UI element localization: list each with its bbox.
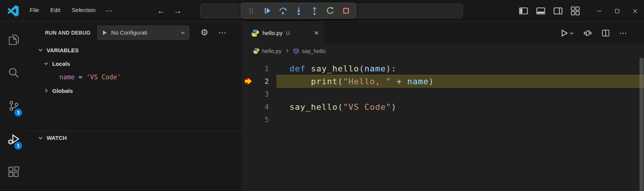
symbol-method-cube-icon xyxy=(293,48,299,54)
locals-scope-row[interactable]: Locals xyxy=(27,57,242,70)
chevron-down-icon[interactable] xyxy=(38,47,44,53)
activity-bar: 3 1 xyxy=(0,22,27,191)
variable-equals: = xyxy=(75,73,86,81)
maximize-button[interactable] xyxy=(608,0,626,22)
dropdown-separator xyxy=(177,29,178,37)
open-changes-icon[interactable] xyxy=(581,27,595,39)
activitybar-extensions-icon[interactable] xyxy=(0,155,27,188)
breadcrumb-symbol[interactable]: say_hello xyxy=(293,48,326,54)
sidebar-title: RUN AND DEBUG xyxy=(45,30,90,36)
back-arrow-icon[interactable]: ← xyxy=(157,7,165,15)
globals-label: Globals xyxy=(52,88,73,94)
variables-section-header[interactable]: VARIABLES xyxy=(27,43,242,57)
tab-bar: hello.py U ✕ xyxy=(243,22,644,44)
code-line[interactable]: 1def say_hello(name): xyxy=(243,62,644,75)
debug-configuration-dropdown[interactable]: No Configurati xyxy=(97,26,189,40)
menu-selection[interactable]: Selection xyxy=(67,5,101,17)
editor-group: hello.py U ✕ xyxy=(242,22,644,191)
python-file-icon xyxy=(253,47,259,54)
history-navigation: ← → xyxy=(157,7,182,15)
debug-current-step-arrow-icon[interactable] xyxy=(243,77,255,86)
menu-overflow-icon[interactable]: ⋯ xyxy=(102,5,116,17)
vscode-window: File Edit Selection ⋯ ← → xyxy=(0,0,644,191)
variable-row[interactable]: name = 'VS Code' xyxy=(27,70,242,84)
watch-section-header[interactable]: WATCH xyxy=(27,131,242,144)
forward-arrow-icon[interactable]: → xyxy=(173,7,182,15)
line-number: 3 xyxy=(255,90,269,98)
toolbar-drag-grip-icon[interactable] xyxy=(244,5,258,17)
code-lines: 1def say_hello(name):2 print("Hello, " +… xyxy=(243,62,644,126)
source-control-badge: 3 xyxy=(14,109,22,117)
configuration-label: No Configurati xyxy=(111,29,175,36)
minimize-button[interactable] xyxy=(590,0,608,22)
split-editor-icon[interactable] xyxy=(599,27,613,39)
variable-value: 'VS Code' xyxy=(86,73,121,81)
toggle-panel-icon[interactable] xyxy=(535,5,546,17)
activitybar-source-control-icon[interactable]: 3 xyxy=(0,89,27,122)
debug-continue-icon[interactable] xyxy=(260,5,274,17)
line-number: 2 xyxy=(255,77,269,85)
code-editor[interactable]: 1def say_hello(name):2 print("Hello, " +… xyxy=(243,57,644,191)
code-line[interactable]: 3 xyxy=(243,88,644,100)
variables-label: VARIABLES xyxy=(47,47,79,53)
debug-stop-icon[interactable] xyxy=(339,5,353,17)
line-number: 1 xyxy=(255,64,269,73)
layout-controls xyxy=(518,5,581,17)
debug-variables-tree: VARIABLES Locals name = 'VS Code' Global… xyxy=(27,43,242,144)
menu-bar: File Edit Selection ⋯ xyxy=(25,5,116,17)
debug-step-out-icon[interactable] xyxy=(307,5,321,17)
variables-empty-space xyxy=(27,97,242,131)
debug-restart-icon[interactable] xyxy=(323,5,337,17)
chevron-down-icon[interactable] xyxy=(569,31,574,36)
locals-label: Locals xyxy=(52,61,70,67)
editor-more-actions-icon[interactable]: ⋯ xyxy=(617,27,630,39)
line-number: 5 xyxy=(255,115,269,124)
python-file-icon xyxy=(251,29,259,37)
debug-settings-gear-icon[interactable]: ⚙ xyxy=(201,28,208,37)
breadcrumbs: hello.py say_hello xyxy=(243,44,644,57)
git-status-untracked: U xyxy=(286,30,290,36)
chevron-down-icon[interactable] xyxy=(43,61,49,67)
toggle-primary-sidebar-icon[interactable] xyxy=(518,5,529,17)
titlebar-right-controls xyxy=(518,0,644,22)
debug-step-into-icon[interactable] xyxy=(291,5,306,17)
breadcrumb-symbol-label: say_hello xyxy=(302,48,326,54)
activitybar-explorer-icon[interactable] xyxy=(0,23,27,56)
run-and-debug-sidebar: RUN AND DEBUG No Configurati ⚙ ⋯ xyxy=(27,22,242,191)
toggle-secondary-sidebar-icon[interactable] xyxy=(552,5,564,17)
breadcrumb-file[interactable]: hello.py xyxy=(253,47,282,54)
editor-scrollbar[interactable] xyxy=(639,58,644,191)
code-text: def say_hello(name): xyxy=(290,64,397,73)
title-bar: File Edit Selection ⋯ ← → xyxy=(0,0,644,22)
run-python-file-button[interactable] xyxy=(557,27,577,39)
variable-name: name xyxy=(59,73,75,81)
vscode-logo-icon xyxy=(8,5,19,17)
globals-scope-row[interactable]: Globals xyxy=(27,84,242,97)
code-line[interactable]: 4say_hello("VS Code") xyxy=(243,100,644,113)
debug-step-over-icon[interactable] xyxy=(276,5,290,17)
sidebar-more-actions-icon[interactable]: ⋯ xyxy=(218,29,227,37)
breadcrumb-chevron-icon xyxy=(285,48,290,53)
tab-hello-py[interactable]: hello.py U ✕ xyxy=(243,22,324,44)
breadcrumb-file-label: hello.py xyxy=(262,48,282,54)
code-line[interactable]: 5 xyxy=(243,113,644,126)
customize-layout-icon[interactable] xyxy=(570,5,581,17)
debug-badge: 1 xyxy=(14,142,22,150)
activitybar-run-and-debug-icon[interactable]: 1 xyxy=(0,122,27,155)
chevron-right-icon[interactable] xyxy=(43,88,49,94)
tab-close-icon[interactable]: ✕ xyxy=(313,29,320,38)
code-line[interactable]: 2 print("Hello, " + name) xyxy=(243,75,644,88)
start-debug-icon[interactable] xyxy=(101,29,108,36)
editor-actions: ⋯ xyxy=(324,22,644,44)
line-number: 4 xyxy=(255,103,269,111)
chevron-down-icon[interactable] xyxy=(38,135,44,141)
menu-edit[interactable]: Edit xyxy=(45,5,65,17)
run-icon xyxy=(560,29,569,38)
debug-toolbar xyxy=(241,3,356,19)
menu-file[interactable]: File xyxy=(25,5,44,17)
close-button[interactable] xyxy=(626,0,644,22)
chevron-down-icon[interactable] xyxy=(180,30,186,36)
watch-label: WATCH xyxy=(47,135,67,141)
activitybar-search-icon[interactable] xyxy=(0,56,27,89)
code-text: print("Hello, " + name) xyxy=(290,77,434,86)
